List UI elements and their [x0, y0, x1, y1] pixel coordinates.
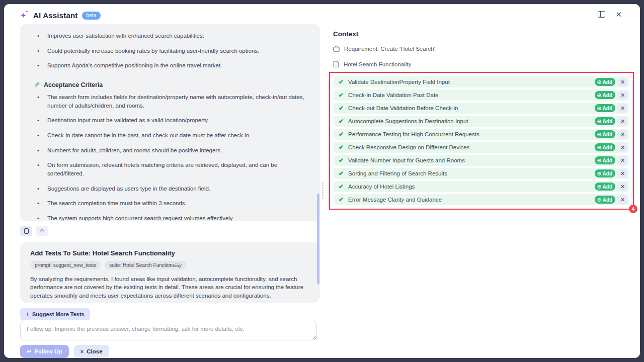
message-actions: ⟳ [20, 226, 48, 236]
add-test-button[interactable]: ⊕Add [595, 196, 615, 204]
dismiss-test-button[interactable]: ✕ [618, 104, 627, 113]
test-row: ✔ Sorting and Filtering of Search Result… [334, 168, 629, 179]
context-item-label: Requirement: Create 'Hotel Search' [344, 46, 435, 52]
add-test-button[interactable]: ⊕Add [595, 143, 615, 151]
check-icon: ✔ [339, 105, 344, 112]
check-icon: ✔ [339, 78, 344, 85]
test-label: Check-in Date Validation Past Date [348, 92, 595, 98]
context-panel: Context Requirement: Create 'Hotel Searc… [329, 30, 634, 210]
add-test-button[interactable]: ⊕Add [595, 91, 615, 99]
circled-plus-icon: ⊕ [597, 132, 601, 137]
suggestion-tags: prompt: suggest_new_testssuite: Hotel Se… [30, 261, 310, 269]
check-icon: ✔ [339, 118, 344, 125]
test-label: Sorting and Filtering of Search Results [348, 170, 595, 176]
test-row: ✔ Error Message Clarity and Guidance ⊕Ad… [334, 194, 629, 205]
benefit-bullet-list: Improves user satisfaction with enhanced… [33, 32, 308, 70]
tag-pill: suite: Hotel Search Functionality [105, 261, 186, 269]
test-row: ✔ Check-out Date Validation Before Check… [334, 103, 629, 114]
circled-plus-icon: ⊕ [597, 119, 601, 124]
dismiss-test-button[interactable]: ✕ [618, 156, 627, 165]
add-test-button[interactable]: ⊕Add [595, 183, 615, 191]
acceptance-criteria-heading: ✎ Acceptance Criteria [34, 81, 308, 88]
briefcase-icon [333, 45, 340, 52]
test-row: ✔ Check Responsive Design on Different D… [334, 142, 629, 153]
scrollbar-thumb[interactable] [317, 194, 319, 284]
dismiss-test-button[interactable]: ✕ [618, 196, 627, 204]
circled-plus-icon: ⊕ [597, 171, 601, 176]
tag-pill: prompt: suggest_new_tests [30, 261, 101, 269]
context-heading: Context [333, 30, 634, 38]
footer-buttons: ↵ Follow Up × Close [20, 345, 109, 358]
regenerate-button[interactable]: ⟳ [36, 226, 48, 236]
panel-title: AI Assistant [33, 11, 78, 20]
benefit-bullet: Supports Agoda's competitive positioning… [33, 61, 308, 70]
test-row: ✔ Validate DestinationProperty Field Inp… [334, 76, 629, 87]
check-icon: ✔ [339, 131, 344, 138]
followup-input[interactable] [20, 321, 317, 340]
test-row: ✔ Performance Testing for High Concurren… [334, 129, 629, 140]
suggestion-card-body: By analyzing the requirements, I found a… [30, 275, 310, 300]
dismiss-test-button[interactable]: ✕ [618, 130, 627, 139]
test-label: Autocomplete Suggestions in Destination … [348, 118, 595, 124]
test-row: ✔ Validate Number Input for Guests and R… [334, 155, 629, 166]
test-row: ✔ Autocomplete Suggestions in Destinatio… [334, 116, 629, 127]
circled-plus-icon: ⊕ [597, 106, 601, 111]
dismiss-test-button[interactable]: ✕ [618, 183, 627, 191]
circled-plus-icon: ⊕ [597, 158, 601, 163]
add-test-button[interactable]: ⊕Add [595, 156, 615, 164]
add-test-button[interactable]: ⊕Add [595, 78, 615, 86]
dismiss-test-button[interactable]: ✕ [618, 78, 627, 86]
add-test-button[interactable]: ⊕Add [595, 117, 615, 125]
acceptance-bullet: Numbers for adults, children, and rooms … [33, 146, 308, 155]
acceptance-bullet: Suggestions are displayed as users type … [33, 185, 308, 193]
copy-button[interactable] [20, 226, 32, 236]
test-label: Check-out Date Validation Before Check-i… [348, 105, 595, 111]
circled-plus-icon: ⊕ [597, 93, 601, 98]
check-icon: ✔ [339, 92, 344, 99]
copy-icon [24, 228, 29, 234]
check-icon: ✔ [339, 144, 344, 151]
refresh-icon: ⟳ [40, 228, 44, 234]
test-label: Performance Testing for High Concurrent … [348, 131, 595, 137]
circled-plus-icon: ⊕ [597, 197, 601, 203]
panel-resize-grip[interactable] [322, 182, 324, 199]
toggle-sidebar-icon[interactable] [598, 11, 605, 18]
file-icon [333, 61, 339, 67]
test-label: Validate DestinationProperty Field Input [348, 79, 595, 85]
plus-icon: + [26, 311, 29, 318]
annotation-badge: 4 [629, 205, 637, 213]
follow-up-button[interactable]: ↵ Follow Up [20, 345, 69, 358]
context-item-suite[interactable]: Hotel Search Functionality [329, 56, 634, 72]
acceptance-bullet: The search form includes fields for dest… [33, 93, 308, 110]
suggest-more-tests-button[interactable]: + Suggest More Tests [20, 308, 90, 320]
add-test-button[interactable]: ⊕Add [595, 169, 615, 177]
check-icon: ✔ [339, 157, 344, 164]
suggestion-card-title: Add Tests To Suite: Hotel Search Functio… [30, 249, 310, 257]
panel-header: ✦✦ AI Assistant beta ✕ [4, 4, 640, 26]
close-button[interactable]: × Close [74, 345, 109, 358]
context-item-requirement[interactable]: Requirement: Create 'Hotel Search' [329, 41, 634, 56]
add-test-button[interactable]: ⊕Add [595, 104, 615, 112]
suggestion-card: Add Tests To Suite: Hotel Search Functio… [20, 242, 320, 303]
test-row: ✔ Check-in Date Validation Past Date ⊕Ad… [334, 89, 629, 101]
circled-plus-icon: ⊕ [597, 184, 601, 190]
acceptance-bullet: Check-in date cannot be in the past, and… [33, 131, 308, 140]
test-row: ✔ Accuracy of Hotel Listings ⊕Add ✕ [334, 181, 629, 192]
acceptance-bullet: On form submission, relevant hotels matc… [33, 161, 308, 177]
benefit-bullet: Could potentially increase booking rates… [33, 47, 308, 55]
ai-assistant-panel: ✦✦ AI Assistant beta ✕ Improves user sat… [4, 4, 640, 358]
dismiss-test-button[interactable]: ✕ [618, 169, 627, 178]
close-icon[interactable]: ✕ [615, 11, 622, 18]
acceptance-bullet: The search completion time must be withi… [33, 199, 308, 208]
return-icon: ↵ [27, 348, 32, 355]
benefit-bullet: Improves user satisfaction with enhanced… [33, 32, 308, 40]
check-icon: ✔ [339, 183, 344, 190]
assistant-message: Improves user satisfaction with enhanced… [20, 24, 320, 221]
dismiss-test-button[interactable]: ✕ [618, 143, 627, 152]
add-test-button[interactable]: ⊕Add [595, 130, 615, 138]
test-label: Accuracy of Hotel Listings [348, 184, 595, 190]
dismiss-test-button[interactable]: ✕ [618, 91, 627, 100]
context-item-label: Hotel Search Functionality [344, 61, 411, 67]
acceptance-bullet: Destination input must be validated as a… [33, 116, 308, 125]
dismiss-test-button[interactable]: ✕ [618, 117, 627, 126]
